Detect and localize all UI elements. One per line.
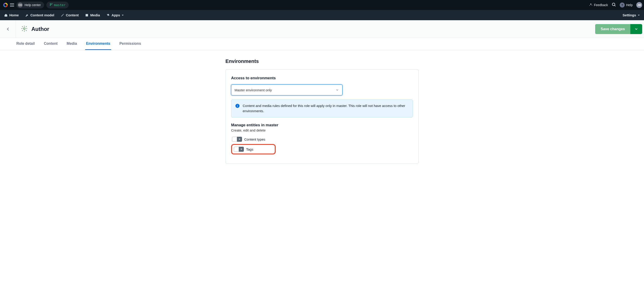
chevron-down-icon xyxy=(634,27,638,31)
main-nav: Home Content model Content Media Apps Se… xyxy=(0,10,644,20)
caret-down-icon xyxy=(122,14,124,16)
sparkle-icon xyxy=(589,3,593,7)
help-icon: ? xyxy=(620,2,625,7)
access-heading: Access to environments xyxy=(231,76,413,80)
save-dropdown-button[interactable] xyxy=(630,24,642,34)
caret-down-icon xyxy=(638,14,640,16)
search-icon[interactable] xyxy=(612,2,616,8)
puzzle-icon xyxy=(106,13,110,17)
nav-apps[interactable]: Apps xyxy=(106,13,124,17)
back-button[interactable] xyxy=(0,20,16,38)
tab-content[interactable]: Content xyxy=(43,38,58,50)
space-name: Help center xyxy=(24,3,41,7)
nav-home-label: Home xyxy=(9,13,19,17)
svg-point-4 xyxy=(24,28,25,29)
close-icon: ✕ xyxy=(239,147,244,152)
svg-point-2 xyxy=(52,3,52,4)
help-label: Help xyxy=(626,3,633,7)
toggle-tags-label: Tags xyxy=(246,147,253,151)
tab-role-detail[interactable]: Role detail xyxy=(16,38,36,50)
select-value: Master environment only xyxy=(234,88,272,92)
nav-content-model-label: Content model xyxy=(30,13,54,17)
wrench-icon xyxy=(25,13,29,17)
manage-heading: Manage entities in master xyxy=(231,123,413,127)
contentful-logo-icon[interactable] xyxy=(3,3,8,7)
svg-point-3 xyxy=(612,3,615,6)
page-title: Author xyxy=(31,26,49,32)
info-banner: i Content and media rules defined for th… xyxy=(231,99,413,117)
tabs: Role detail Content Media Environments P… xyxy=(0,38,644,50)
org-badge: CO xyxy=(18,2,23,7)
close-icon: ✕ xyxy=(237,137,242,142)
nav-media[interactable]: Media xyxy=(85,13,100,17)
nav-media-label: Media xyxy=(90,13,100,17)
nav-home[interactable]: Home xyxy=(4,13,19,17)
svg-point-1 xyxy=(50,5,51,6)
home-icon xyxy=(4,13,8,17)
section-title: Environments xyxy=(226,58,418,64)
tab-environments[interactable]: Environments xyxy=(85,38,111,50)
gear-icon xyxy=(21,25,28,33)
pen-icon xyxy=(61,13,64,17)
chevron-left-icon xyxy=(6,26,10,32)
avatar[interactable]: JM xyxy=(636,2,642,8)
branch-icon xyxy=(50,3,53,7)
nav-content[interactable]: Content xyxy=(61,13,79,17)
environment-name: master xyxy=(54,3,66,7)
nav-settings-label: Settings xyxy=(623,13,636,17)
toggle-row-tags: ✕ Tags xyxy=(233,146,254,153)
info-text: Content and media rules defined for this… xyxy=(243,103,408,114)
nav-content-model[interactable]: Content model xyxy=(25,13,54,17)
page-header: Author Save changes xyxy=(0,20,644,38)
info-icon: i xyxy=(236,104,240,108)
help-link[interactable]: ? Help xyxy=(620,2,633,7)
chevron-down-icon xyxy=(336,88,339,92)
toggle-row-content-types: ✕ Content types xyxy=(231,136,413,143)
nav-content-label: Content xyxy=(66,13,79,17)
feedback-label: Feedback xyxy=(594,3,608,7)
nav-apps-label: Apps xyxy=(112,13,120,17)
feedback-link[interactable]: Feedback xyxy=(589,3,608,7)
topbar: CO Help center master Feedback ? Help JM xyxy=(0,0,644,10)
svg-point-0 xyxy=(50,3,51,4)
tab-media[interactable]: Media xyxy=(66,38,78,50)
toggle-content-types-label: Content types xyxy=(244,137,266,141)
toggle-content-types[interactable]: ✕ xyxy=(232,137,242,142)
environments-card: Access to environments Master environmen… xyxy=(226,69,418,164)
space-pill[interactable]: CO Help center xyxy=(16,1,44,8)
toggle-tags[interactable]: ✕ xyxy=(234,147,244,152)
environment-access-select[interactable]: Master environment only xyxy=(231,84,342,95)
image-icon xyxy=(85,13,88,17)
tab-permissions[interactable]: Permissions xyxy=(118,38,142,50)
environment-pill[interactable]: master xyxy=(46,1,69,8)
manage-description: Create, edit and delete xyxy=(231,128,413,132)
hamburger-menu-icon[interactable] xyxy=(10,3,14,6)
save-button[interactable]: Save changes xyxy=(595,24,630,34)
nav-settings[interactable]: Settings xyxy=(623,13,640,17)
annotation-highlight: ✕ Tags xyxy=(231,144,276,154)
